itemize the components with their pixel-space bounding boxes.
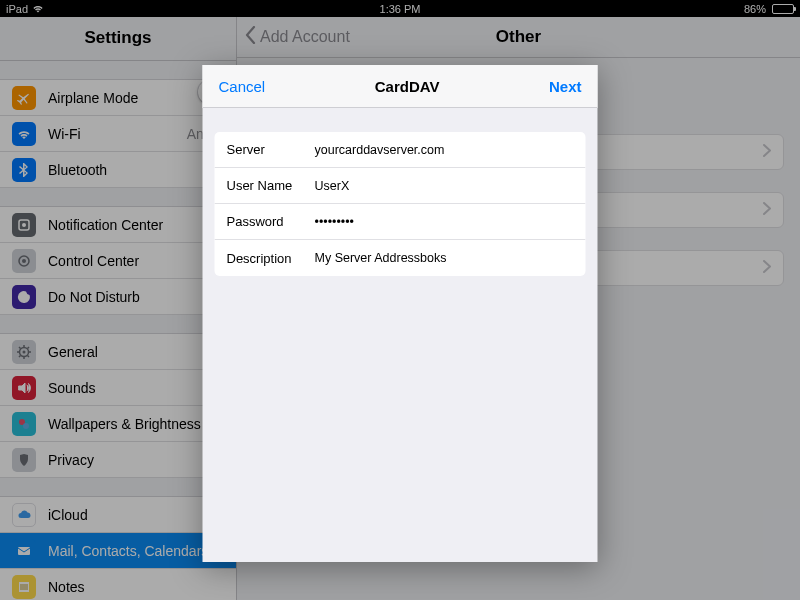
modal-body: Server User Name Password Description	[203, 108, 598, 300]
next-button[interactable]: Next	[545, 74, 586, 99]
carddav-form: Server User Name Password Description	[215, 132, 586, 276]
password-row[interactable]: Password	[215, 204, 586, 240]
description-row[interactable]: Description	[215, 240, 586, 276]
server-input[interactable]	[315, 143, 574, 157]
description-input[interactable]	[315, 251, 574, 265]
username-label: User Name	[227, 178, 315, 193]
modal-header: Cancel CardDAV Next	[203, 65, 598, 108]
username-row[interactable]: User Name	[215, 168, 586, 204]
cancel-button[interactable]: Cancel	[215, 74, 270, 99]
modal-title: CardDAV	[375, 78, 440, 95]
carddav-dialog: Cancel CardDAV Next Server User Name Pas…	[203, 65, 598, 562]
username-input[interactable]	[315, 179, 574, 193]
description-label: Description	[227, 251, 315, 266]
password-label: Password	[227, 214, 315, 229]
server-row[interactable]: Server	[215, 132, 586, 168]
password-input[interactable]	[315, 215, 574, 229]
server-label: Server	[227, 142, 315, 157]
